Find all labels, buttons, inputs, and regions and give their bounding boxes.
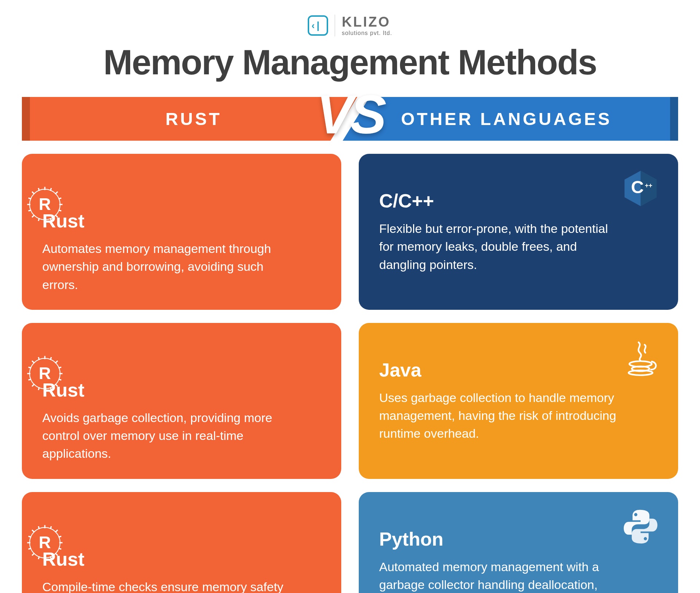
logo-text: KLIZO solutions pvt. ltd. bbox=[342, 15, 392, 36]
logo: | KLIZO solutions pvt. ltd. bbox=[308, 15, 392, 36]
page-title: Memory Management Methods bbox=[22, 42, 678, 82]
card-body: Uses garbage collection to handle memory… bbox=[379, 389, 624, 443]
svg-line-53 bbox=[50, 526, 51, 529]
svg-line-56 bbox=[28, 536, 31, 537]
svg-line-52 bbox=[38, 526, 39, 529]
svg-line-54 bbox=[38, 556, 39, 559]
svg-line-30 bbox=[32, 384, 35, 386]
card-title: Rust bbox=[42, 548, 321, 570]
svg-line-57 bbox=[28, 548, 31, 549]
svg-line-13 bbox=[28, 198, 31, 199]
vs-right-label: OTHER LANGUAGES bbox=[343, 97, 678, 141]
svg-line-51 bbox=[32, 553, 35, 555]
svg-text:R: R bbox=[39, 195, 51, 214]
svg-line-34 bbox=[50, 387, 51, 390]
card-title: Java bbox=[379, 359, 658, 381]
svg-line-36 bbox=[28, 379, 31, 380]
logo-mark-icon: | bbox=[308, 15, 328, 36]
svg-line-8 bbox=[32, 215, 35, 218]
svg-line-32 bbox=[50, 357, 51, 360]
svg-line-37 bbox=[58, 367, 61, 368]
comparison-grid: R Rust Automates memory management throu… bbox=[22, 154, 678, 593]
header: | KLIZO solutions pvt. ltd. Memory Manag… bbox=[22, 15, 678, 82]
svg-line-58 bbox=[58, 536, 61, 537]
svg-line-27 bbox=[32, 361, 35, 363]
svg-line-33 bbox=[38, 387, 39, 390]
python-icon bbox=[621, 507, 661, 547]
card-java: Java Uses garbage collection to handle m… bbox=[359, 323, 678, 479]
svg-line-7 bbox=[55, 192, 58, 194]
rust-gear-icon: R bbox=[25, 354, 65, 394]
svg-line-49 bbox=[55, 553, 58, 555]
svg-text:R: R bbox=[39, 364, 51, 383]
svg-line-48 bbox=[32, 530, 35, 532]
svg-line-29 bbox=[55, 361, 58, 363]
card-body: Automated memory management with a garba… bbox=[379, 558, 624, 593]
card-title: Rust bbox=[42, 379, 321, 401]
card-rust-3: R Rust Compile-time checks ensure memory… bbox=[22, 492, 341, 593]
svg-line-12 bbox=[50, 218, 51, 221]
logo-name: KLIZO bbox=[342, 15, 390, 29]
svg-line-16 bbox=[58, 210, 61, 211]
card-title: Rust bbox=[42, 210, 321, 232]
svg-text:R: R bbox=[39, 533, 51, 552]
rust-gear-icon: R bbox=[25, 523, 65, 563]
svg-line-55 bbox=[50, 556, 51, 559]
svg-line-35 bbox=[28, 367, 31, 368]
svg-line-5 bbox=[32, 192, 35, 194]
java-icon bbox=[621, 338, 661, 378]
card-body: Avoids garbage collection, providing mor… bbox=[42, 409, 287, 463]
logo-subtitle: solutions pvt. ltd. bbox=[342, 30, 392, 36]
svg-line-50 bbox=[55, 530, 58, 532]
card-body: Compile-time checks ensure memory safety… bbox=[42, 578, 287, 593]
card-rust-1: R Rust Automates memory management throu… bbox=[22, 154, 341, 310]
svg-text:++: ++ bbox=[645, 182, 653, 189]
svg-text:C: C bbox=[631, 177, 644, 197]
vs-banner: RUST OTHER LANGUAGES VS bbox=[22, 97, 678, 141]
svg-line-11 bbox=[38, 218, 39, 221]
svg-line-31 bbox=[38, 357, 39, 360]
svg-line-9 bbox=[38, 188, 39, 191]
card-body: Flexible but error-prone, with the poten… bbox=[379, 220, 624, 274]
card-body: Automates memory management through owne… bbox=[42, 240, 287, 294]
rust-gear-icon: R bbox=[25, 184, 65, 225]
svg-point-42 bbox=[629, 370, 653, 375]
svg-line-59 bbox=[58, 548, 61, 549]
card-rust-2: R Rust Avoids garbage collection, provid… bbox=[22, 323, 341, 479]
svg-line-6 bbox=[55, 215, 58, 218]
svg-line-10 bbox=[50, 188, 51, 191]
svg-line-38 bbox=[58, 379, 61, 380]
card-ccpp: C ++ C/C++ Flexible but error-prone, wit… bbox=[359, 154, 678, 310]
svg-line-28 bbox=[55, 384, 58, 386]
vs-left-label: RUST bbox=[22, 97, 357, 141]
svg-line-14 bbox=[28, 210, 31, 211]
card-title: Python bbox=[379, 528, 658, 550]
cpp-icon: C ++ bbox=[621, 168, 661, 208]
logo-divider bbox=[335, 15, 335, 36]
card-title: C/C++ bbox=[379, 190, 658, 212]
svg-line-15 bbox=[58, 198, 61, 199]
card-python: Python Automated memory management with … bbox=[359, 492, 678, 593]
